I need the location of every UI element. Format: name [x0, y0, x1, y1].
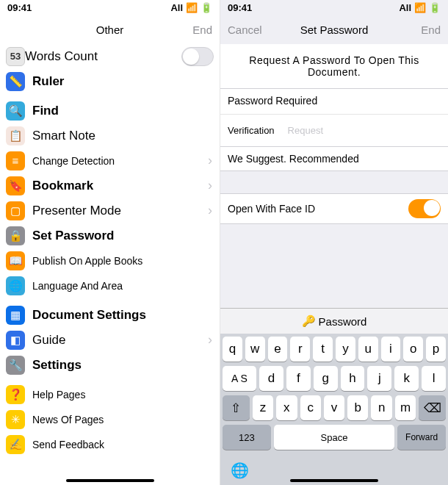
settings-list: 53Words Count📏Ruler🔍Find📋Smart Note≡Chan… [0, 44, 220, 457]
key[interactable]: i [381, 337, 401, 362]
space [220, 224, 448, 298]
row-label: Help Pages [32, 389, 214, 400]
key[interactable]: x [276, 395, 297, 420]
list-item[interactable]: ✳News Of Pages [0, 407, 220, 432]
list-item[interactable]: ▦Document Settings [0, 303, 220, 328]
row-label: Presenter Mode [32, 204, 208, 218]
verification-label: Verification [228, 125, 275, 136]
chevron-right-icon: › [208, 203, 212, 218]
faceid-toggle[interactable] [408, 199, 441, 218]
carrier: All [170, 2, 183, 13]
key[interactable]: y [336, 337, 355, 362]
row-label: Change Detection [32, 155, 208, 167]
home-indicator [66, 479, 154, 482]
list-item[interactable]: 53Words Count [0, 44, 220, 69]
wifi-icon: 📶 [186, 2, 198, 13]
nav-left-spacer [7, 24, 10, 36]
row-icon: ✍ [6, 435, 25, 454]
row-label: Smart Note [32, 129, 214, 143]
list-item[interactable]: 🔍Find [0, 98, 220, 123]
password-autofill-bar[interactable]: 🔑 Password [220, 308, 448, 334]
key[interactable]: m [395, 395, 416, 420]
row-icon: 🔖 [6, 176, 25, 195]
cancel-button[interactable]: Cancel [228, 24, 262, 36]
list-item[interactable]: 📏Ruler [0, 69, 220, 94]
faceid-row: Open With Face ID [220, 193, 448, 224]
list-item[interactable]: ✍Send Feedback [0, 432, 220, 457]
key[interactable]: g [314, 366, 338, 391]
numeric-key[interactable]: 123 [223, 425, 271, 450]
list-item[interactable]: 🌐Language And Area [0, 273, 220, 298]
key[interactable]: u [358, 337, 378, 362]
key[interactable]: t [313, 337, 333, 362]
row-label: Bookmark [32, 179, 208, 193]
forward-key[interactable]: Forward [397, 425, 446, 450]
chevron-right-icon: › [208, 332, 212, 348]
key[interactable]: r [290, 337, 310, 362]
time: 09:41 [228, 2, 252, 13]
list-item[interactable]: 🔧Settings [0, 353, 220, 378]
key[interactable]: ⇧ [223, 395, 250, 420]
suggestion-row[interactable]: We Suggest. Recommended [220, 146, 448, 171]
key[interactable]: c [300, 395, 321, 420]
key[interactable]: o [403, 337, 423, 362]
row-icon: ≡ [6, 151, 25, 170]
space-key[interactable]: Space [274, 425, 394, 450]
gap [220, 171, 448, 193]
verification-placeholder: Request [288, 125, 323, 136]
end-button[interactable]: End [421, 24, 441, 36]
time: 09:41 [7, 2, 32, 13]
key[interactable]: w [245, 337, 265, 362]
row-label: Publish On Apple Books [32, 255, 214, 267]
key[interactable]: f [286, 366, 311, 391]
row-icon: 📋 [6, 126, 25, 146]
key[interactable]: j [367, 366, 391, 391]
key[interactable]: b [347, 395, 368, 420]
row-icon: 53 [6, 47, 25, 66]
key[interactable]: A S [223, 366, 256, 391]
status-bar-left: 09:41 All 📶 🔋 [0, 0, 220, 15]
battery-icon: 🔋 [200, 2, 212, 13]
status-bar-right: 09:41 All 📶 🔋 [220, 0, 448, 15]
key[interactable]: q [223, 337, 242, 362]
end-button[interactable]: End [192, 24, 212, 36]
nav-title: Set Password [300, 24, 369, 36]
password-required-label: Password Required [228, 95, 441, 107]
list-item[interactable]: 📖Publish On Apple Books [0, 248, 220, 273]
status-right: All 📶 🔋 [170, 2, 212, 13]
list-item[interactable]: 🔒Set Password [0, 223, 220, 248]
list-item[interactable]: 🔖Bookmark› [0, 173, 220, 198]
key[interactable]: n [371, 395, 391, 420]
key[interactable]: h [341, 366, 365, 391]
list-item[interactable]: ≡Change Detection› [0, 148, 220, 173]
carrier: All [399, 2, 411, 13]
row-label: Language And Area [32, 280, 214, 292]
nav-bar-left: Other End [0, 15, 220, 44]
list-item[interactable]: ❓Help Pages [0, 382, 220, 407]
toggle[interactable] [181, 47, 214, 66]
key[interactable]: k [394, 366, 419, 391]
list-item[interactable]: ◧Guide› [0, 328, 220, 353]
row-label: Words Count [25, 49, 181, 64]
keyboard: 🔑 Password qwertyuiop A Sdfghjkl ⇧zxcvbn… [220, 308, 448, 485]
verification-row[interactable]: Verification Request [220, 114, 448, 146]
list-item[interactable]: ▢Presenter Mode› [0, 198, 220, 223]
key[interactable]: l [422, 366, 446, 391]
globe-icon[interactable]: 🌐 [231, 461, 249, 479]
key[interactable]: d [259, 366, 283, 391]
row-icon: 🔒 [6, 226, 25, 245]
password-autofill-label: Password [319, 315, 367, 328]
row-icon: 📖 [6, 251, 25, 270]
faceid-label: Open With Face ID [228, 203, 315, 215]
nav-title: Other [96, 24, 124, 36]
key[interactable]: p [426, 337, 446, 362]
list-item[interactable]: 📋Smart Note [0, 123, 220, 148]
password-banner: Request A Password To Open This Document… [220, 44, 448, 89]
row-icon: ◧ [6, 331, 25, 350]
key[interactable]: ⌫ [419, 395, 446, 420]
key[interactable]: z [253, 395, 273, 420]
battery-icon: 🔋 [429, 2, 441, 13]
key[interactable]: v [324, 395, 344, 420]
row-label: Ruler [32, 74, 214, 89]
key[interactable]: e [268, 337, 288, 362]
